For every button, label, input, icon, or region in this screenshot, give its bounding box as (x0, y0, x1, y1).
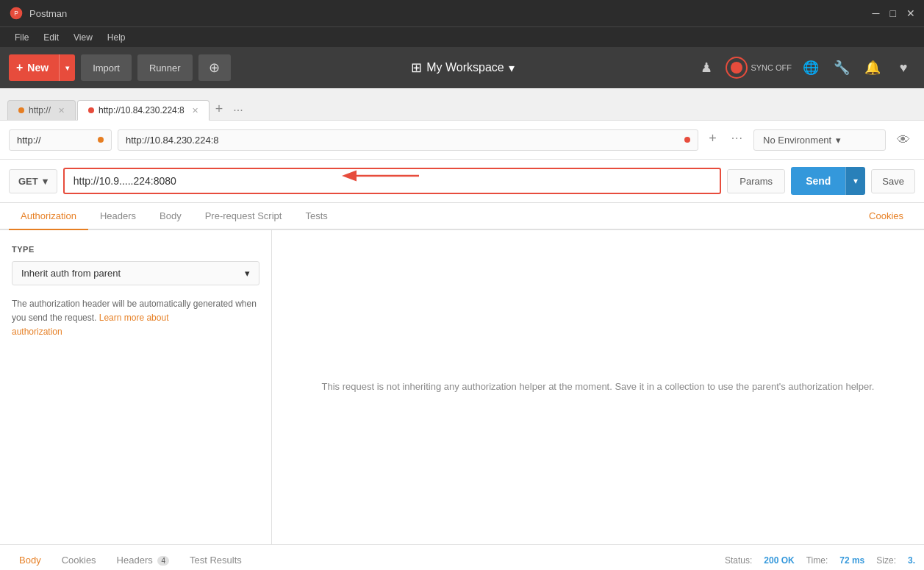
menu-bar: File Edit View Help (0, 26, 924, 47)
more-url-button[interactable]: ··· (727, 132, 748, 145)
new-label: New (27, 62, 49, 74)
send-group: Params Send ▾ Save (727, 167, 915, 195)
globe-icon-btn[interactable]: 🌐 (799, 56, 823, 79)
app-title: Postman (29, 8, 67, 19)
size-value: 3. (908, 555, 915, 566)
status-value: 200 OK (764, 555, 794, 566)
person-icon-btn[interactable]: ♟ (695, 56, 718, 79)
small-url-input[interactable]: http:// (9, 129, 112, 151)
eye-icon-btn[interactable]: 👁 (892, 128, 915, 152)
save-button[interactable]: Save (871, 169, 915, 193)
tab-cookies-right[interactable]: Cookies (857, 203, 915, 229)
status-label: Status: (725, 555, 752, 566)
tab-2[interactable]: http://10.84.230.224:8 ✕ (77, 100, 209, 121)
new-button-dropdown[interactable]: ▾ (60, 54, 75, 81)
request-tabs: Authorization Headers Body Pre-request S… (0, 203, 924, 230)
send-dropdown-button[interactable]: ▾ (845, 167, 865, 195)
environment-select[interactable]: No Environment ▾ (753, 129, 886, 151)
plus-icon: + (16, 61, 23, 74)
url-input[interactable] (63, 168, 722, 194)
tab-body[interactable]: Body (148, 203, 193, 230)
bottom-tabs: Body Cookies Headers 4 Test Results Stat… (0, 544, 924, 570)
sync-button[interactable]: SYNC OFF (726, 57, 792, 79)
size-label: Size: (876, 555, 896, 566)
capture-icon: ⊕ (209, 60, 220, 76)
bottom-tab-test-results[interactable]: Test Results (179, 547, 252, 571)
method-select[interactable]: GET ▾ (9, 169, 57, 193)
sync-label: SYNC OFF (751, 63, 792, 72)
small-url-dot (98, 137, 104, 143)
tab-pre-request[interactable]: Pre-request Script (193, 203, 294, 230)
title-bar-left: P Postman (9, 6, 67, 21)
tab-authorization[interactable]: Authorization (9, 203, 88, 230)
bottom-headers-label: Headers (117, 555, 153, 566)
main-url-tab-dot (684, 137, 690, 143)
close-button[interactable]: ✕ (906, 7, 915, 19)
auth-learn-more-link[interactable]: Learn more about (99, 313, 169, 323)
bottom-tab-headers[interactable]: Headers 4 (107, 547, 179, 571)
menu-view[interactable]: View (68, 30, 99, 45)
settings-icon-btn[interactable]: 🔧 (830, 56, 853, 79)
person-icon: ♟ (701, 60, 712, 76)
workspace-label: My Workspace (426, 61, 504, 74)
add-tab-url-button[interactable]: + (704, 131, 721, 146)
bottom-tab-body[interactable]: Body (9, 547, 51, 571)
minimize-button[interactable]: ─ (873, 7, 880, 19)
add-tab-button[interactable]: + (211, 101, 228, 117)
headers-count-badge: 4 (157, 556, 169, 566)
params-button[interactable]: Params (727, 169, 785, 193)
tab-dot-1 (18, 107, 24, 113)
runner-button[interactable]: Runner (137, 54, 193, 81)
tab-1-label: http:// (29, 105, 51, 115)
tab-tests[interactable]: Tests (293, 203, 339, 230)
url-bar-area: http:// http://10.84.230.224:8 + ··· No … (0, 121, 924, 160)
settings-icon: 🔧 (834, 60, 850, 76)
env-dropdown-icon: ▾ (836, 135, 841, 146)
tab-1[interactable]: http:// ✕ (7, 100, 76, 120)
main-url-tab-text: http://10.84.230.224:8 (126, 135, 219, 146)
title-bar: P Postman ─ □ ✕ (0, 0, 924, 26)
auth-type-select[interactable]: Inherit auth from parent ▾ (12, 261, 259, 285)
toolbar-center: ⊞ My Workspace ▾ (237, 60, 690, 76)
toolbar-right: ♟ SYNC OFF 🌐 🔧 🔔 ♥ (695, 56, 915, 79)
sync-circle-icon (726, 57, 748, 79)
maximize-button[interactable]: □ (890, 7, 896, 19)
sync-inner-icon (731, 62, 742, 74)
request-bar: GET ▾ Params Send ▾ Save (0, 160, 924, 203)
small-url-text: http:// (17, 135, 41, 146)
time-value: 72 ms (839, 555, 864, 566)
heart-icon: ♥ (900, 60, 908, 76)
tab-headers[interactable]: Headers (88, 203, 148, 230)
main-content: TYPE Inherit auth from parent ▾ The auth… (0, 230, 924, 544)
capture-button[interactable]: ⊕ (198, 54, 231, 81)
new-button-main[interactable]: + New (9, 54, 60, 81)
globe-icon: 🌐 (803, 60, 819, 76)
tab-2-label: http://10.84.230.224:8 (99, 105, 185, 115)
no-env-label: No Environment (763, 135, 831, 146)
auth-authorization-link[interactable]: authorization (12, 327, 62, 337)
tab-close-icon-2[interactable]: ✕ (192, 106, 198, 115)
bottom-tab-cookies[interactable]: Cookies (51, 547, 107, 571)
workspace-button[interactable]: ⊞ My Workspace ▾ (411, 60, 515, 76)
bell-icon-btn[interactable]: 🔔 (861, 56, 884, 79)
tab-close-icon-1[interactable]: ✕ (58, 106, 65, 115)
tab-dot-2 (88, 107, 94, 113)
menu-help[interactable]: Help (101, 30, 132, 45)
main-url-tab-input[interactable]: http://10.84.230.224:8 (118, 129, 698, 151)
tabs-bar: http:// ✕ http://10.84.230.224:8 ✕ + ··· (0, 88, 924, 121)
import-button[interactable]: Import (81, 54, 132, 81)
workspace-dropdown-icon: ▾ (509, 61, 515, 75)
postman-logo-icon: P (9, 6, 24, 21)
menu-edit[interactable]: Edit (37, 30, 65, 45)
time-label: Time: (806, 555, 828, 566)
heart-icon-btn[interactable]: ♥ (892, 56, 915, 79)
new-button[interactable]: + New ▾ (9, 54, 75, 81)
auth-right-message: This request is not inheriting any autho… (322, 380, 875, 395)
send-button[interactable]: Send (791, 167, 845, 195)
auth-type-dropdown-icon: ▾ (245, 268, 250, 279)
menu-file[interactable]: File (9, 30, 35, 45)
more-tabs-button[interactable]: ··· (229, 104, 247, 117)
auth-description: The authorization header will be automat… (12, 297, 259, 340)
auth-right-panel: This request is not inheriting any autho… (272, 230, 924, 544)
eye-icon: 👁 (897, 132, 910, 148)
